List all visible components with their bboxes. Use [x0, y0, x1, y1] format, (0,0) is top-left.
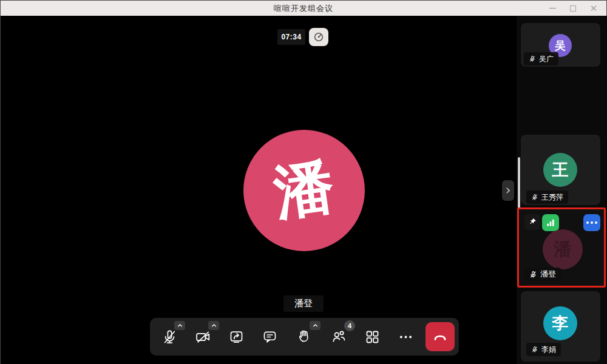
avatar-initial: 吴 — [555, 38, 566, 53]
active-speaker-avatar: 潘 — [243, 130, 365, 251]
avatar-initial: 李 — [552, 312, 569, 334]
chevron-right-icon — [504, 186, 512, 195]
participant-name-chip: 王秀萍 — [526, 190, 568, 204]
avatar-dimmed: 潘 — [543, 229, 583, 269]
raise-hand-options-expander[interactable] — [310, 321, 320, 330]
pin-icon — [527, 217, 537, 227]
participant-name: 李娟 — [541, 345, 556, 355]
sidebar-collapse-button[interactable] — [502, 180, 514, 201]
close-button[interactable]: ✕ — [583, 1, 604, 16]
participant-more-button[interactable] — [583, 214, 600, 231]
more-dots-icon — [586, 221, 597, 224]
mic-muted-icon — [529, 55, 536, 62]
control-toolbar: 4 — [150, 318, 459, 356]
main-stage: 07:34 潘 潘登 — [1, 16, 517, 364]
participant-name: 潘登 — [540, 269, 556, 280]
grid-layout-button[interactable] — [360, 325, 384, 349]
avatar: 李 — [543, 306, 577, 340]
participants-icon — [330, 328, 347, 345]
participants-count-badge: 4 — [344, 320, 355, 331]
participant-tile-lijuan[interactable]: 李 李娟 — [521, 291, 600, 362]
pin-button[interactable] — [524, 214, 540, 230]
participant-tile-wangxiuping[interactable]: 王 王秀萍 — [521, 135, 600, 205]
camera-options-expander[interactable] — [208, 321, 219, 330]
participant-name-chip: 吴广 — [524, 52, 558, 66]
chevron-up-icon — [211, 322, 217, 329]
participant-name-chip: 李娟 — [526, 343, 561, 356]
hangup-icon — [431, 328, 449, 346]
window-controls: ✕ — [542, 1, 604, 16]
share-screen-button[interactable] — [224, 325, 248, 349]
mic-muted-icon — [531, 346, 538, 353]
active-speaker-initial: 潘 — [269, 147, 339, 234]
maximize-icon — [570, 5, 576, 12]
mic-muted-icon — [161, 329, 178, 345]
participant-name: 王秀萍 — [541, 192, 563, 203]
window-title: 喧喧开发组会议 — [274, 3, 333, 14]
share-screen-icon — [228, 329, 245, 345]
mic-muted-icon — [531, 194, 538, 201]
more-icon — [398, 329, 414, 345]
hangup-button[interactable] — [426, 322, 455, 351]
grid-layout-icon — [364, 329, 381, 345]
avatar-initial: 王 — [552, 159, 569, 181]
network-quality-button[interactable] — [542, 214, 559, 231]
mic-muted-icon — [529, 271, 537, 278]
chevron-up-icon — [312, 322, 319, 329]
gauge-icon — [313, 31, 325, 43]
minimize-icon — [549, 8, 556, 8]
avatar-initial: 潘 — [554, 237, 572, 262]
chevron-up-icon — [177, 322, 183, 329]
meeting-window: 喧喧开发组会议 ✕ 07:34 潘 潘登 — [0, 0, 607, 364]
active-speaker-name-label: 潘登 — [283, 295, 324, 312]
chat-icon — [262, 329, 278, 345]
network-status-button[interactable] — [309, 28, 328, 46]
camera-off-icon — [195, 329, 211, 345]
participant-name-chip: 潘登 — [524, 268, 561, 281]
close-icon: ✕ — [590, 4, 598, 13]
raise-hand-icon — [296, 328, 313, 345]
titlebar: 喧喧开发组会议 ✕ — [1, 1, 606, 16]
more-button[interactable] — [393, 325, 418, 349]
network-quality-icon — [546, 218, 556, 228]
participant-tile-pandeng-highlighted[interactable]: 潘 潘登 — [517, 207, 606, 288]
avatar: 王 — [543, 153, 577, 187]
mic-options-expander[interactable] — [174, 321, 185, 330]
meeting-timer: 07:34 — [277, 29, 305, 45]
minimize-button[interactable] — [542, 1, 563, 16]
participant-tile-wuguang[interactable]: 吴 吴广 — [521, 23, 600, 67]
chat-button[interactable] — [257, 325, 282, 349]
participant-name: 吴广 — [539, 54, 554, 64]
maximize-button[interactable] — [563, 1, 583, 16]
participants-sidebar: 吴 吴广 王 王秀萍 — [517, 16, 607, 364]
